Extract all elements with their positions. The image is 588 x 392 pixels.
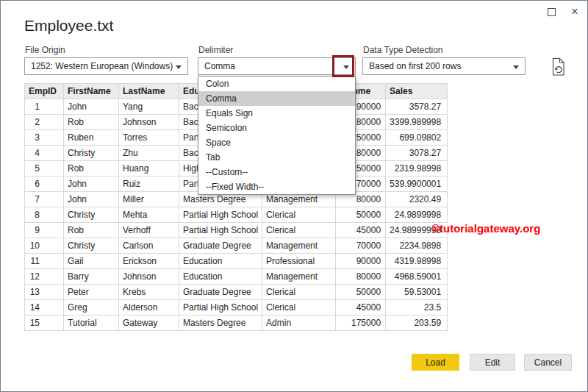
- delimiter-option-fixed-width[interactable]: --Fixed Width--: [198, 179, 355, 194]
- chevron-down-icon: [176, 65, 182, 69]
- table-cell: 9: [25, 223, 64, 238]
- data-type-detection-label: Data Type Detection: [363, 45, 443, 55]
- table-cell: 175000: [336, 316, 386, 331]
- table-cell: 45000: [336, 300, 386, 316]
- delimiter-option-equals-sign[interactable]: Equals Sign: [198, 106, 355, 121]
- delimiter-select[interactable]: Comma: [198, 57, 356, 75]
- table-cell: Christy: [64, 238, 119, 254]
- table-cell: 59.53001: [386, 285, 448, 300]
- table-cell: 3: [25, 130, 64, 146]
- close-icon: ×: [571, 6, 578, 18]
- table-cell: Admin: [262, 316, 336, 331]
- edit-button[interactable]: Edit: [470, 354, 515, 371]
- table-cell: 10: [25, 238, 64, 254]
- table-cell: 70000: [336, 238, 386, 254]
- table-cell: Christy: [64, 207, 119, 223]
- delimiter-option-semicolon[interactable]: Semicolon: [198, 121, 355, 135]
- file-refresh-icon: [551, 57, 567, 76]
- delimiter-option-space[interactable]: Space: [198, 135, 355, 150]
- table-row: 9RobVerhoffPartial High SchoolClerical45…: [25, 223, 448, 238]
- table-cell: 13: [25, 285, 64, 300]
- table-cell: Gail: [64, 254, 119, 269]
- table-cell: Clerical: [262, 223, 336, 238]
- table-cell: 12: [25, 269, 64, 285]
- table-cell: 699.09802: [386, 130, 448, 146]
- table-cell: Ruben: [64, 130, 119, 146]
- table-cell: John: [64, 192, 119, 207]
- table-cell: Tutorial: [64, 316, 119, 331]
- table-cell: 4: [25, 146, 64, 161]
- table-row: 13PeterKrebsGraduate DegreeClerical50000…: [25, 285, 448, 300]
- table-cell: 6: [25, 177, 64, 192]
- maximize-icon: [548, 8, 556, 16]
- import-dialog: × Employee.txt File Origin Delimiter Dat…: [0, 0, 588, 392]
- page-title: Employee.txt: [24, 17, 113, 35]
- table-cell: Yang: [119, 99, 179, 115]
- table-cell: Partial High School: [179, 207, 262, 223]
- cancel-button[interactable]: Cancel: [524, 354, 572, 371]
- table-cell: 8: [25, 207, 64, 223]
- table-cell: Education: [179, 269, 262, 285]
- table-cell: Alderson: [119, 300, 179, 316]
- table-cell: 4968.59001: [386, 269, 448, 285]
- table-cell: 50000: [336, 285, 386, 300]
- table-cell: Ruiz: [119, 177, 179, 192]
- table-cell: Graduate Degree: [179, 285, 262, 300]
- delimiter-option-tab[interactable]: Tab: [198, 150, 355, 165]
- table-cell: John: [64, 177, 119, 192]
- table-cell: 4319.98998: [386, 254, 448, 269]
- table-row: 14GregAldersonPartial High SchoolClerica…: [25, 300, 448, 316]
- table-cell: Partial High School: [179, 300, 262, 316]
- table-cell: Johnson: [119, 269, 179, 285]
- data-type-detection-value: Based on first 200 rows: [369, 61, 461, 71]
- file-origin-value: 1252: Western European (Windows): [31, 61, 173, 71]
- table-row: 10ChristyCarlsonGraduate DegreeManagemen…: [25, 238, 448, 254]
- table-cell: 2234.9898: [386, 238, 448, 254]
- table-cell: 11: [25, 254, 64, 269]
- close-button[interactable]: ×: [568, 5, 581, 18]
- table-cell: 2: [25, 115, 64, 130]
- delimiter-label: Delimiter: [198, 45, 233, 55]
- table-cell: 203.59: [386, 316, 448, 331]
- table-cell: Miller: [119, 192, 179, 207]
- delimiter-option-comma[interactable]: Comma: [198, 91, 355, 106]
- column-header-empid: EmpID: [25, 84, 64, 99]
- table-cell: Christy: [64, 146, 119, 161]
- table-cell: 7: [25, 192, 64, 207]
- table-cell: Rob: [64, 115, 119, 130]
- table-cell: Krebs: [119, 285, 179, 300]
- table-cell: Torres: [119, 130, 179, 146]
- data-type-detection-select[interactable]: Based on first 200 rows: [362, 57, 526, 75]
- table-cell: Greg: [64, 300, 119, 316]
- table-cell: 15: [25, 316, 64, 331]
- table-cell: Partial High School: [179, 223, 262, 238]
- table-cell: Rob: [64, 161, 119, 177]
- table-cell: John: [64, 99, 119, 115]
- table-cell: Erickson: [119, 254, 179, 269]
- table-cell: 80000: [336, 269, 386, 285]
- window-controls: ×: [545, 5, 581, 18]
- table-cell: Education: [179, 254, 262, 269]
- refresh-preview-button[interactable]: [551, 57, 567, 76]
- table-cell: Mehta: [119, 207, 179, 223]
- maximize-button[interactable]: [545, 5, 558, 18]
- table-cell: Management: [262, 269, 336, 285]
- table-cell: Huang: [119, 161, 179, 177]
- delimiter-option-custom[interactable]: --Custom--: [198, 165, 355, 179]
- delimiter-option-colon[interactable]: Colon: [198, 76, 355, 91]
- table-cell: 2319.98998: [386, 161, 448, 177]
- table-cell: 5: [25, 161, 64, 177]
- table-cell: Johnson: [119, 115, 179, 130]
- file-origin-select[interactable]: 1252: Western European (Windows): [24, 57, 188, 75]
- delimiter-dropdown-list: ColonCommaEquals SignSemicolonSpaceTab--…: [198, 76, 356, 195]
- table-cell: Graduate Degree: [179, 238, 262, 254]
- table-cell: 3078.27: [386, 146, 448, 161]
- table-row: 8ChristyMehtaPartial High SchoolClerical…: [25, 207, 448, 223]
- table-cell: Masters Degree: [179, 316, 262, 331]
- chevron-down-icon: [343, 65, 349, 69]
- table-cell: 50000: [336, 207, 386, 223]
- table-cell: 3399.989998: [386, 115, 448, 130]
- load-button[interactable]: Load: [412, 354, 459, 371]
- table-cell: Zhu: [119, 146, 179, 161]
- table-row: 12BarryJohnsonEducationManagement8000049…: [25, 269, 448, 285]
